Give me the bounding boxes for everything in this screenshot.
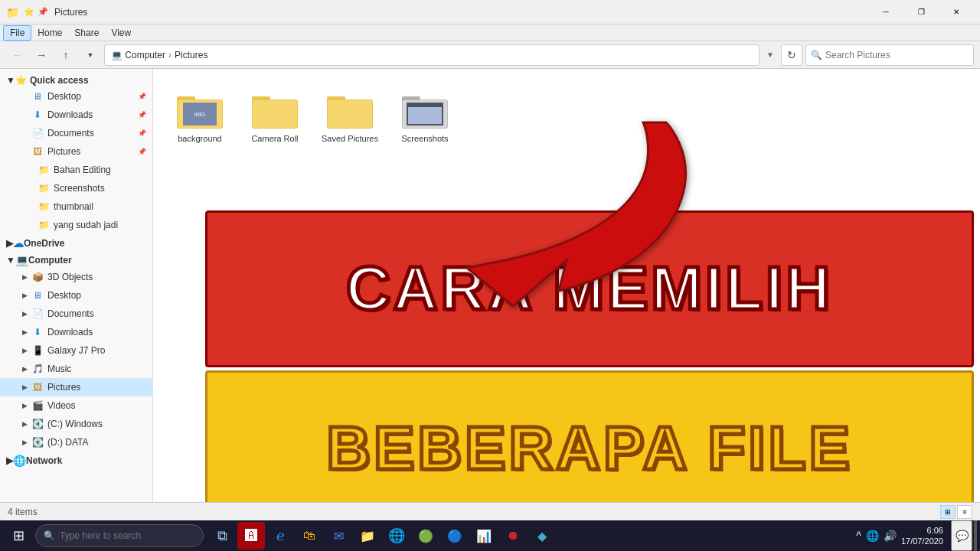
- search-box[interactable]: 🔍: [805, 44, 974, 66]
- close-button[interactable]: ✕: [939, 0, 974, 24]
- sidebar-item-pictures-quick[interactable]: 🖼 Pictures 📌: [0, 142, 152, 161]
- breadcrumb-computer[interactable]: 💻 Computer: [111, 50, 165, 60]
- app-files-icon[interactable]: 📁: [354, 522, 381, 549]
- pin-icon4: 📌: [138, 148, 146, 155]
- folder-screenshots[interactable]: Screenshots: [390, 81, 459, 150]
- sidebar-item-d-drive[interactable]: ▶ 💽 (D:) DATA: [0, 433, 152, 452]
- app-chrome-icon[interactable]: 🌐: [383, 522, 410, 549]
- taskbar-search-box[interactable]: 🔍: [35, 524, 204, 547]
- view-large-icon-button[interactable]: ⊞: [940, 505, 956, 519]
- folder-saved-pictures-icon: [325, 88, 374, 131]
- tray-network-icon[interactable]: 🌐: [866, 530, 879, 542]
- docs-comp-icon: 📄: [31, 307, 44, 321]
- c-drive-icon: 💽: [31, 417, 44, 431]
- action-center-button[interactable]: 💬: [951, 520, 972, 551]
- network-label: Network: [26, 455, 62, 466]
- folder-camera-roll-icon: [250, 88, 299, 131]
- sidebar-desktop-label: Desktop: [47, 91, 135, 102]
- taskbar-search-icon: 🔍: [44, 530, 55, 541]
- show-desktop-button[interactable]: [974, 520, 977, 551]
- network-header[interactable]: ▶ 🌐 Network: [0, 452, 152, 468]
- network-expand-icon: ▶: [6, 455, 13, 466]
- sidebar-item-screenshots-quick[interactable]: 📁 Screenshots: [0, 179, 152, 197]
- menu-file[interactable]: File: [3, 25, 31, 41]
- sidebar-item-3d-objects[interactable]: ▶ 📦 3D Objects: [0, 268, 152, 286]
- start-button[interactable]: ⊞: [3, 520, 34, 551]
- menu-bar: File Home Share View: [0, 24, 980, 41]
- pin-icon3: 📌: [138, 129, 146, 137]
- refresh-button[interactable]: ↻: [781, 44, 802, 66]
- address-dropdown-button[interactable]: ▼: [763, 44, 778, 66]
- computer-header[interactable]: ▼ 💻 Computer: [0, 251, 152, 268]
- sidebar-downloads-label: Downloads: [47, 109, 135, 120]
- sidebar: ▼ ⭐ Quick access 🖥 Desktop 📌 ⬇ Downloads…: [0, 69, 153, 533]
- folder-background[interactable]: IMG background: [165, 81, 234, 150]
- sidebar-item-documents-computer[interactable]: ▶ 📄 Documents: [0, 305, 152, 323]
- recent-locations-button[interactable]: ▼: [80, 44, 101, 66]
- quick-access-star-icon: ⭐: [15, 75, 27, 86]
- sidebar-bahan-editing-label: Bahan Editing: [54, 165, 146, 175]
- back-button[interactable]: ←: [6, 44, 28, 66]
- downloads-icon: ⬇: [31, 108, 44, 122]
- taskbar-search-input[interactable]: [60, 530, 195, 541]
- clock-date: 17/07/2020: [901, 536, 943, 546]
- folder-yang-icon: 📁: [37, 218, 51, 232]
- sidebar-item-desktop-computer[interactable]: ▶ 🖥 Desktop: [0, 286, 152, 305]
- search-icon: 🔍: [811, 50, 822, 60]
- sidebar-item-galaxy[interactable]: ▶ 📱 Galaxy J7 Pro: [0, 341, 152, 360]
- app-red-icon[interactable]: 🅰: [237, 522, 265, 549]
- sidebar-item-thumbnail[interactable]: 📁 thumbnail: [0, 197, 152, 216]
- folder-saved-pictures[interactable]: Saved Pictures: [315, 81, 384, 150]
- documents-icon: 📄: [31, 126, 44, 140]
- tray-volume-icon[interactable]: 🔊: [884, 530, 897, 542]
- sidebar-item-downloads[interactable]: ⬇ Downloads 📌: [0, 106, 152, 124]
- sidebar-item-downloads-computer[interactable]: ▶ ⬇ Downloads: [0, 323, 152, 341]
- sidebar-item-pictures-computer[interactable]: ▶ 🖼 Pictures: [0, 378, 152, 396]
- menu-view[interactable]: View: [105, 26, 137, 40]
- app-excel-icon[interactable]: 📊: [470, 522, 498, 549]
- task-view-button[interactable]: ⧉: [208, 522, 236, 549]
- sidebar-item-bahan-editing[interactable]: 📁 Bahan Editing: [0, 161, 152, 179]
- file-explorer-window: 📁 ⭐ 📌 Pictures ─ ❐ ✕ File Home Share Vie…: [0, 0, 980, 520]
- desktop-icon: 🖥: [31, 90, 44, 103]
- app-store-icon[interactable]: 🛍: [296, 522, 323, 549]
- view-list-button[interactable]: ≡: [957, 505, 972, 519]
- menu-share[interactable]: Share: [68, 26, 105, 40]
- folder-camera-roll[interactable]: Camera Roll: [240, 81, 309, 150]
- clock[interactable]: 6:06 17/07/2020: [901, 525, 943, 547]
- sidebar-item-music[interactable]: ▶ 🎵 Music: [0, 360, 152, 378]
- folder-background-label: background: [178, 134, 222, 143]
- minimize-button[interactable]: ─: [868, 0, 903, 24]
- taskbar-tray: ^ 🌐 🔊 6:06 17/07/2020: [850, 525, 949, 547]
- app-record-icon[interactable]: ⏺: [499, 522, 527, 549]
- address-bar[interactable]: 💻 Computer › Pictures: [104, 44, 760, 66]
- app-other-icon[interactable]: ◆: [528, 522, 556, 549]
- sidebar-item-yang-sudah-jadi[interactable]: 📁 yang sudah jadi: [0, 216, 152, 234]
- maximize-button[interactable]: ❐: [903, 0, 939, 24]
- up-button[interactable]: ↑: [55, 44, 77, 66]
- sidebar-screenshots-label: Screenshots: [54, 183, 146, 194]
- folders-grid: IMG background Camera Roll: [153, 69, 980, 156]
- clock-time: 6:06: [901, 525, 943, 536]
- app-ie-icon[interactable]: ℯ: [266, 522, 294, 549]
- quick-access-header[interactable]: ▼ ⭐ Quick access: [0, 72, 152, 87]
- app-mail-icon[interactable]: ✉: [325, 522, 352, 549]
- menu-home[interactable]: Home: [31, 26, 68, 40]
- forward-button[interactable]: →: [31, 44, 52, 66]
- folder-thumbnail-icon: 📁: [37, 200, 51, 214]
- app-chrome3-icon[interactable]: 🔵: [441, 522, 469, 549]
- folder-background-icon: IMG: [175, 88, 224, 131]
- sidebar-thumbnail-label: thumbnail: [54, 201, 146, 212]
- onedrive-header[interactable]: ▶ ☁ OneDrive: [0, 234, 152, 251]
- folder-camera-roll-label: Camera Roll: [251, 134, 298, 143]
- sidebar-item-documents[interactable]: 📄 Documents 📌: [0, 124, 152, 142]
- breadcrumb-pictures[interactable]: Pictures: [175, 50, 207, 60]
- videos-icon: 🎬: [31, 399, 44, 412]
- sidebar-item-videos[interactable]: ▶ 🎬 Videos: [0, 396, 152, 415]
- sidebar-item-c-drive[interactable]: ▶ 💽 (C:) Windows: [0, 415, 152, 433]
- sidebar-item-desktop[interactable]: 🖥 Desktop 📌: [0, 87, 152, 106]
- app-chrome2-icon[interactable]: 🟢: [412, 522, 439, 549]
- tray-chevron-icon[interactable]: ^: [856, 530, 861, 542]
- search-input[interactable]: [825, 50, 969, 60]
- music-icon: 🎵: [31, 362, 44, 376]
